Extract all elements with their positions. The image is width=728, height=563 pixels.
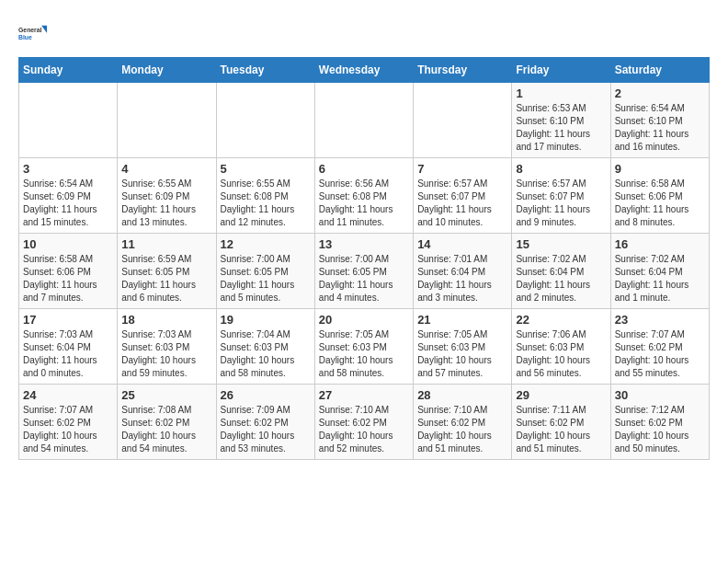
calendar-cell: 29Sunrise: 7:11 AM Sunset: 6:02 PM Dayli…: [512, 385, 610, 460]
day-number: 8: [516, 162, 606, 176]
cell-info: Sunrise: 6:57 AM Sunset: 6:07 PM Dayligh…: [516, 178, 606, 229]
day-number: 12: [221, 237, 311, 251]
cell-info: Sunrise: 6:56 AM Sunset: 6:08 PM Dayligh…: [319, 178, 409, 229]
svg-text:General: General: [18, 27, 42, 33]
calendar-body: 1Sunrise: 6:53 AM Sunset: 6:10 PM Daylig…: [19, 83, 710, 460]
cell-info: Sunrise: 6:59 AM Sunset: 6:05 PM Dayligh…: [121, 253, 211, 304]
cell-info: Sunrise: 7:02 AM Sunset: 6:04 PM Dayligh…: [516, 253, 606, 304]
cell-info: Sunrise: 6:58 AM Sunset: 6:06 PM Dayligh…: [23, 253, 113, 304]
calendar-cell: 28Sunrise: 7:10 AM Sunset: 6:02 PM Dayli…: [414, 385, 512, 460]
weekday-header: Friday: [512, 58, 610, 83]
calendar-cell: 17Sunrise: 7:03 AM Sunset: 6:04 PM Dayli…: [19, 309, 118, 385]
day-number: 25: [121, 388, 211, 402]
cell-info: Sunrise: 6:53 AM Sunset: 6:10 PM Dayligh…: [516, 102, 606, 154]
calendar-cell: 19Sunrise: 7:04 AM Sunset: 6:03 PM Dayli…: [216, 309, 314, 385]
calendar-week-row: 24Sunrise: 7:07 AM Sunset: 6:02 PM Dayli…: [19, 385, 710, 460]
calendar-cell: [414, 83, 512, 158]
day-number: 21: [417, 313, 507, 327]
calendar-cell: 15Sunrise: 7:02 AM Sunset: 6:04 PM Dayli…: [512, 234, 610, 309]
cell-info: Sunrise: 7:02 AM Sunset: 6:04 PM Dayligh…: [615, 253, 705, 304]
cell-info: Sunrise: 7:04 AM Sunset: 6:03 PM Dayligh…: [221, 328, 311, 380]
weekday-header: Monday: [118, 58, 216, 83]
weekday-header: Saturday: [610, 58, 709, 83]
day-number: 18: [121, 313, 211, 327]
page-header: GeneralBlue: [18, 18, 710, 48]
cell-info: Sunrise: 7:00 AM Sunset: 6:05 PM Dayligh…: [221, 253, 311, 304]
calendar-cell: 10Sunrise: 6:58 AM Sunset: 6:06 PM Dayli…: [19, 234, 118, 309]
calendar-week-row: 17Sunrise: 7:03 AM Sunset: 6:04 PM Dayli…: [19, 309, 710, 385]
calendar-cell: 20Sunrise: 7:05 AM Sunset: 6:03 PM Dayli…: [314, 309, 413, 385]
calendar-cell: 4Sunrise: 6:55 AM Sunset: 6:09 PM Daylig…: [118, 158, 216, 234]
calendar-week-row: 3Sunrise: 6:54 AM Sunset: 6:09 PM Daylig…: [19, 158, 710, 234]
day-number: 11: [121, 237, 211, 251]
day-number: 24: [23, 388, 113, 402]
day-number: 29: [516, 388, 606, 402]
logo-icon: GeneralBlue: [18, 18, 48, 48]
cell-info: Sunrise: 7:07 AM Sunset: 6:02 PM Dayligh…: [23, 404, 113, 455]
calendar-cell: 14Sunrise: 7:01 AM Sunset: 6:04 PM Dayli…: [414, 234, 512, 309]
day-number: 3: [23, 162, 113, 176]
calendar-cell: 24Sunrise: 7:07 AM Sunset: 6:02 PM Dayli…: [19, 385, 118, 460]
cell-info: Sunrise: 6:55 AM Sunset: 6:09 PM Dayligh…: [121, 178, 211, 229]
cell-info: Sunrise: 7:03 AM Sunset: 6:04 PM Dayligh…: [23, 328, 113, 380]
calendar-cell: 18Sunrise: 7:03 AM Sunset: 6:03 PM Dayli…: [118, 309, 216, 385]
day-number: 15: [516, 237, 606, 251]
day-number: 4: [121, 162, 211, 176]
day-number: 10: [23, 237, 113, 251]
calendar-cell: [314, 83, 413, 158]
calendar-week-row: 10Sunrise: 6:58 AM Sunset: 6:06 PM Dayli…: [19, 234, 710, 309]
calendar-cell: 8Sunrise: 6:57 AM Sunset: 6:07 PM Daylig…: [512, 158, 610, 234]
day-number: 5: [221, 162, 311, 176]
calendar-cell: 9Sunrise: 6:58 AM Sunset: 6:06 PM Daylig…: [610, 158, 709, 234]
calendar-cell: 16Sunrise: 7:02 AM Sunset: 6:04 PM Dayli…: [610, 234, 709, 309]
cell-info: Sunrise: 6:54 AM Sunset: 6:09 PM Dayligh…: [23, 178, 113, 229]
calendar-cell: 23Sunrise: 7:07 AM Sunset: 6:02 PM Dayli…: [610, 309, 709, 385]
calendar-week-row: 1Sunrise: 6:53 AM Sunset: 6:10 PM Daylig…: [19, 83, 710, 158]
day-number: 27: [319, 388, 409, 402]
calendar-cell: 1Sunrise: 6:53 AM Sunset: 6:10 PM Daylig…: [512, 83, 610, 158]
calendar-cell: 7Sunrise: 6:57 AM Sunset: 6:07 PM Daylig…: [414, 158, 512, 234]
cell-info: Sunrise: 7:00 AM Sunset: 6:05 PM Dayligh…: [319, 253, 409, 304]
weekday-header: Tuesday: [216, 58, 314, 83]
calendar-cell: [118, 83, 216, 158]
day-number: 16: [615, 237, 705, 251]
cell-info: Sunrise: 7:11 AM Sunset: 6:02 PM Dayligh…: [516, 404, 606, 455]
calendar-cell: 2Sunrise: 6:54 AM Sunset: 6:10 PM Daylig…: [610, 83, 709, 158]
day-number: 22: [516, 313, 606, 327]
calendar-cell: 22Sunrise: 7:06 AM Sunset: 6:03 PM Dayli…: [512, 309, 610, 385]
cell-info: Sunrise: 7:12 AM Sunset: 6:02 PM Dayligh…: [615, 404, 705, 455]
weekday-header: Wednesday: [314, 58, 413, 83]
cell-info: Sunrise: 7:09 AM Sunset: 6:02 PM Dayligh…: [221, 404, 311, 455]
calendar-cell: 3Sunrise: 6:54 AM Sunset: 6:09 PM Daylig…: [19, 158, 118, 234]
day-number: 1: [516, 86, 606, 100]
svg-text:Blue: Blue: [18, 34, 32, 40]
calendar-cell: 25Sunrise: 7:08 AM Sunset: 6:02 PM Dayli…: [118, 385, 216, 460]
day-number: 23: [615, 313, 705, 327]
cell-info: Sunrise: 6:54 AM Sunset: 6:10 PM Dayligh…: [615, 102, 705, 154]
cell-info: Sunrise: 7:06 AM Sunset: 6:03 PM Dayligh…: [516, 328, 606, 380]
day-number: 14: [417, 237, 507, 251]
day-number: 6: [319, 162, 409, 176]
calendar-cell: 11Sunrise: 6:59 AM Sunset: 6:05 PM Dayli…: [118, 234, 216, 309]
cell-info: Sunrise: 7:10 AM Sunset: 6:02 PM Dayligh…: [417, 404, 507, 455]
cell-info: Sunrise: 7:05 AM Sunset: 6:03 PM Dayligh…: [319, 328, 409, 380]
calendar-cell: 6Sunrise: 6:56 AM Sunset: 6:08 PM Daylig…: [314, 158, 413, 234]
cell-info: Sunrise: 7:03 AM Sunset: 6:03 PM Dayligh…: [121, 328, 211, 380]
day-number: 28: [417, 388, 507, 402]
calendar-cell: 26Sunrise: 7:09 AM Sunset: 6:02 PM Dayli…: [216, 385, 314, 460]
day-number: 26: [221, 388, 311, 402]
cell-info: Sunrise: 7:07 AM Sunset: 6:02 PM Dayligh…: [615, 328, 705, 380]
svg-marker-2: [41, 26, 47, 33]
day-number: 20: [319, 313, 409, 327]
calendar-cell: 13Sunrise: 7:00 AM Sunset: 6:05 PM Dayli…: [314, 234, 413, 309]
calendar-cell: 5Sunrise: 6:55 AM Sunset: 6:08 PM Daylig…: [216, 158, 314, 234]
day-number: 19: [221, 313, 311, 327]
calendar-cell: 12Sunrise: 7:00 AM Sunset: 6:05 PM Dayli…: [216, 234, 314, 309]
day-number: 30: [615, 388, 705, 402]
weekday-row: SundayMondayTuesdayWednesdayThursdayFrid…: [19, 58, 710, 83]
cell-info: Sunrise: 7:05 AM Sunset: 6:03 PM Dayligh…: [417, 328, 507, 380]
day-number: 17: [23, 313, 113, 327]
logo: GeneralBlue: [18, 18, 51, 48]
cell-info: Sunrise: 7:10 AM Sunset: 6:02 PM Dayligh…: [319, 404, 409, 455]
calendar-cell: 27Sunrise: 7:10 AM Sunset: 6:02 PM Dayli…: [314, 385, 413, 460]
